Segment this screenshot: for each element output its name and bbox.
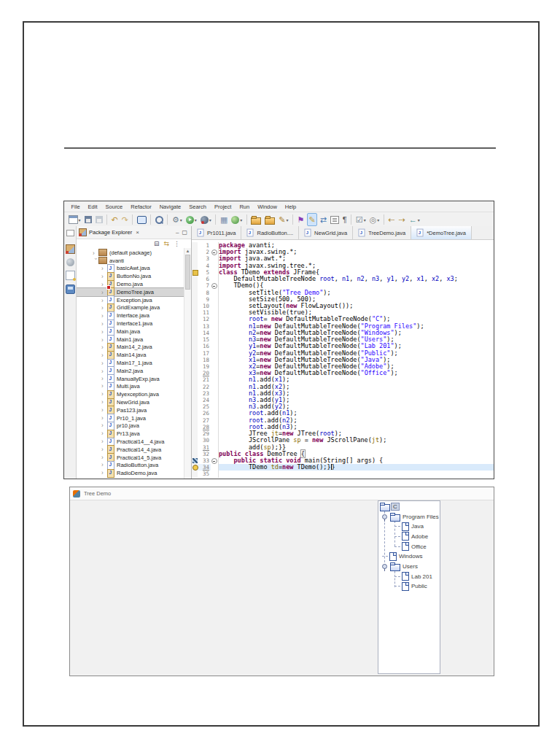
- expander-icon[interactable]: ›: [101, 398, 107, 406]
- code-editor[interactable]: 1package avanti;2import javax.swing.*;3i…: [192, 240, 494, 479]
- explorer-item[interactable]: ›Demo.java: [77, 280, 191, 288]
- expander-icon[interactable]: ›: [101, 469, 107, 477]
- expander-icon[interactable]: ›: [101, 422, 107, 430]
- editor-tab[interactable]: *DemoTree.java: [411, 226, 472, 239]
- expander-icon[interactable]: ›: [93, 249, 98, 257]
- expander-icon[interactable]: ›: [101, 320, 107, 328]
- menu-search[interactable]: Search: [185, 204, 211, 210]
- next-edit-location-icon[interactable]: ⇢: [398, 214, 406, 225]
- save-all-icon[interactable]: [95, 214, 104, 225]
- new-wizard-icon[interactable]: ▾: [68, 214, 82, 225]
- explorer-item[interactable]: ›Practical14_4.java: [77, 446, 191, 454]
- tree-node[interactable]: Public: [394, 581, 427, 591]
- explorer-item[interactable]: ›Main.java: [77, 328, 191, 336]
- tree-node[interactable]: Java: [394, 522, 424, 531]
- dropdown-arrow-icon[interactable]: ▾: [377, 217, 379, 222]
- collapse-icon[interactable]: [211, 249, 217, 255]
- expander-icon[interactable]: ›: [101, 351, 107, 359]
- menu-window[interactable]: Window: [254, 204, 281, 210]
- dropdown-arrow-icon[interactable]: ▾: [180, 217, 182, 222]
- expander-icon[interactable]: ›: [93, 258, 99, 263]
- expander-icon[interactable]: ›: [101, 359, 107, 367]
- maximize-view-icon[interactable]: ▢: [182, 229, 187, 236]
- navigator-view-icon[interactable]: [66, 271, 75, 280]
- explorer-item[interactable]: ›GridExample.java: [77, 304, 191, 312]
- editor-tab[interactable]: Pr1011.java: [192, 226, 241, 239]
- explorer-item[interactable]: ›Interface.java: [77, 311, 191, 320]
- tree-node[interactable]: Windows: [382, 551, 422, 561]
- expander-icon[interactable]: ›: [101, 311, 107, 320]
- explorer-item[interactable]: ›ButtonNo.java: [77, 272, 191, 280]
- tree-node[interactable]: Program Files: [382, 512, 439, 522]
- format-icon[interactable]: ✎▾: [278, 214, 289, 225]
- explorer-item[interactable]: ›Multi.java: [77, 383, 191, 391]
- back-history-icon[interactable]: ←▾: [408, 214, 421, 225]
- expander-icon[interactable]: ›: [101, 454, 107, 462]
- search-icon[interactable]: [155, 214, 164, 225]
- dropdown-arrow-icon[interactable]: ▾: [240, 217, 242, 222]
- open-web-browser-icon[interactable]: ▾: [230, 214, 243, 225]
- run-icon[interactable]: ▾: [185, 214, 198, 225]
- explorer-item[interactable]: ›Interface1.java: [77, 320, 191, 328]
- expander-icon[interactable]: ›: [101, 296, 107, 304]
- last-edit-location-icon[interactable]: ⇠: [387, 214, 395, 225]
- show-whitespace-icon[interactable]: ¶: [342, 214, 348, 225]
- dropdown-arrow-icon[interactable]: ▾: [364, 217, 366, 222]
- tree-node[interactable]: Office: [394, 542, 427, 551]
- explorer-item[interactable]: ›Main17_1.java: [77, 359, 191, 367]
- minimize-view-icon[interactable]: –: [176, 229, 179, 236]
- type-hierarchy-view-icon[interactable]: [66, 258, 74, 266]
- redo-icon[interactable]: ↷: [121, 214, 129, 225]
- tree-node[interactable]: C: [380, 502, 399, 511]
- annotations-icon[interactable]: ◎▾: [369, 214, 381, 225]
- explorer-item[interactable]: ›Practical14_5.java: [77, 454, 191, 462]
- expander-icon[interactable]: ›: [101, 438, 107, 446]
- collapse-icon[interactable]: [211, 458, 217, 464]
- expander-icon[interactable]: ›: [101, 446, 107, 454]
- expander-icon[interactable]: ›: [101, 383, 107, 391]
- menu-navigate[interactable]: Navigate: [155, 204, 185, 210]
- explorer-item[interactable]: ›avanti: [77, 257, 191, 265]
- link-editor-icon[interactable]: ⇄: [319, 214, 327, 225]
- undo-icon[interactable]: ↶: [111, 214, 119, 225]
- explorer-item[interactable]: ›pr10.java: [77, 422, 191, 430]
- menu-source[interactable]: Source: [101, 204, 127, 210]
- collapse-icon[interactable]: [211, 283, 217, 289]
- collapse-all-icon[interactable]: ⊟: [154, 240, 160, 248]
- explorer-item[interactable]: ›Main14.java: [77, 351, 191, 359]
- expander-icon[interactable]: ›: [101, 336, 107, 344]
- import-folder-icon[interactable]: [264, 214, 276, 225]
- expand-handle-icon[interactable]: [382, 564, 387, 569]
- close-view-icon[interactable]: ×: [136, 229, 139, 236]
- checked-menu-icon[interactable]: ☑▾: [355, 214, 367, 225]
- plugin-flag-icon[interactable]: ⚑: [297, 214, 306, 225]
- explorer-item[interactable]: ›Pr13.java: [77, 430, 191, 438]
- dropdown-arrow-icon[interactable]: ▾: [287, 217, 289, 222]
- scrollbar-thumb[interactable]: [185, 255, 190, 290]
- explorer-item[interactable]: ›Main14_2.java: [77, 344, 191, 352]
- explorer-item[interactable]: ›Practical14__4.java: [77, 438, 191, 446]
- tree-node[interactable]: Lab 201: [394, 572, 432, 581]
- tree-node[interactable]: Adobe: [394, 532, 428, 541]
- save-icon[interactable]: [84, 214, 93, 225]
- source-element-icon[interactable]: [330, 214, 340, 225]
- menu-run[interactable]: Run: [236, 204, 254, 210]
- explorer-item[interactable]: ›Main1.java: [77, 336, 191, 344]
- explorer-item[interactable]: ›RadioDemo.java: [77, 469, 191, 477]
- explorer-item[interactable]: ›NewGrid.java: [77, 398, 191, 406]
- menu-help[interactable]: Help: [281, 204, 300, 210]
- dropdown-arrow-icon[interactable]: ▾: [209, 217, 211, 222]
- open-console-icon[interactable]: [136, 214, 147, 225]
- expander-icon[interactable]: ›: [101, 265, 107, 273]
- dropdown-arrow-icon[interactable]: ▾: [195, 217, 197, 222]
- explorer-item[interactable]: ›Pr10_1.java: [77, 414, 191, 422]
- menu-project[interactable]: Project: [211, 204, 236, 210]
- restore-views-icon[interactable]: [66, 230, 74, 236]
- explorer-item[interactable]: ›ManuallyExp.java: [77, 375, 191, 383]
- external-tools-icon[interactable]: ⚙▾: [171, 214, 183, 225]
- expander-icon[interactable]: ›: [101, 344, 107, 352]
- link-with-editor-icon[interactable]: ⇆: [163, 240, 169, 248]
- expander-icon[interactable]: ›: [101, 375, 107, 383]
- explorer-item[interactable]: ›Pas123.java: [77, 406, 191, 414]
- explorer-item[interactable]: ›Exception.java: [77, 296, 191, 304]
